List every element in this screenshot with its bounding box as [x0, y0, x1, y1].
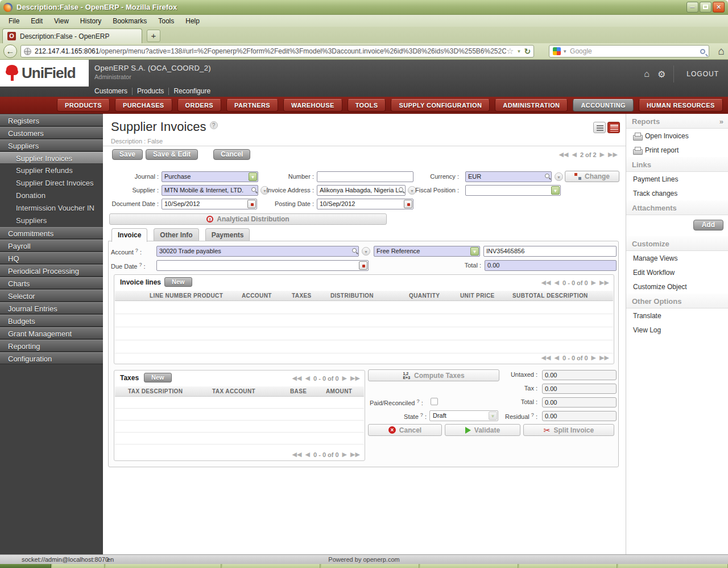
account-field[interactable]: 30020 Trade payables: [156, 246, 359, 257]
form-view-icon[interactable]: [607, 122, 620, 133]
restore-button[interactable]: [700, 2, 712, 13]
menu-edit[interactable]: Edit: [26, 16, 48, 26]
nav-tab-partners[interactable]: PARTNERS: [226, 99, 278, 112]
pager-first-icon[interactable]: ◀◀: [292, 374, 302, 382]
col-description[interactable]: DESCRIPTION: [547, 293, 588, 299]
customize-edit-workflow[interactable]: Edit Workflow: [626, 265, 728, 279]
link-track-changes[interactable]: Track changes: [626, 186, 728, 200]
nav-tab-orders[interactable]: ORDERS: [177, 99, 221, 112]
pager-prev-icon[interactable]: ◀: [572, 151, 576, 158]
pager-last-icon[interactable]: ▶▶: [599, 354, 609, 361]
list-view-icon[interactable]: [593, 122, 606, 133]
nav-tab-supply-configuration[interactable]: SUPPLY CONFIGURATION: [391, 99, 490, 112]
nav-tab-accounting[interactable]: ACCOUNTING: [573, 99, 634, 112]
save-edit-button[interactable]: Save & Edit: [146, 149, 198, 160]
menu-file[interactable]: File: [3, 16, 24, 26]
search-bar[interactable]: ▼ Google: [549, 45, 709, 57]
pager-next-icon[interactable]: ▶: [342, 451, 347, 458]
url-dropdown-icon[interactable]: ▼: [517, 49, 522, 54]
help-icon[interactable]: ?: [210, 121, 218, 129]
reference-type-field[interactable]: Free Reference ▼: [374, 246, 480, 257]
tab-other-info[interactable]: Other Info: [154, 228, 198, 241]
minimize-button[interactable]: ─: [686, 2, 698, 13]
menu-history[interactable]: History: [75, 16, 106, 26]
sidebar-item-supplier-refunds[interactable]: Supplier Refunds: [0, 164, 103, 176]
analytical-distribution-button[interactable]: ! Analytical Distribution: [109, 213, 387, 225]
nav-tab-purchases[interactable]: PURCHASES: [115, 99, 172, 112]
app-home-icon[interactable]: ⌂: [644, 69, 650, 79]
new-tab-button[interactable]: +: [147, 30, 160, 42]
sidebar-item-grant-management[interactable]: Grant Management: [0, 327, 103, 339]
col-distribution[interactable]: DISTRIBUTION: [330, 293, 374, 299]
add-attachment-button[interactable]: Add: [693, 220, 723, 231]
pager-last-icon[interactable]: ▶▶: [599, 279, 609, 286]
fiscal-position-field[interactable]: ▼: [465, 185, 561, 196]
sidebar-item-suppliers[interactable]: Suppliers: [0, 139, 103, 151]
pager-prev-icon[interactable]: ◀: [555, 354, 559, 361]
customize-customize-object[interactable]: Customize Object: [626, 279, 728, 294]
col-product[interactable]: PRODUCT: [193, 293, 223, 299]
col-line-number[interactable]: LINE NUMBER: [150, 293, 192, 299]
nav-tab-products[interactable]: PRODUCTS: [57, 99, 110, 112]
tax-new-button[interactable]: New: [144, 373, 172, 382]
taskbar-button[interactable]: [106, 564, 221, 568]
cancel-button[interactable]: Cancel: [213, 149, 250, 160]
pager-first-icon[interactable]: ◀◀: [541, 279, 551, 286]
sidebar-item-supplier-direct-invoices[interactable]: Supplier Direct Invoices: [0, 177, 103, 189]
account-dropdown-icon[interactable]: ▼: [362, 247, 370, 256]
sidebar-item-budgets[interactable]: Budgets: [0, 315, 103, 327]
posting-date-field[interactable]: 10/Sep/2012: [317, 199, 413, 209]
pager-prev-icon[interactable]: ◀: [305, 374, 310, 382]
pager-next-icon[interactable]: ▶: [592, 354, 596, 361]
col-tax-account[interactable]: TAX ACCOUNT: [212, 388, 255, 394]
pager-last-icon[interactable]: ▶▶: [608, 151, 618, 158]
menu-help[interactable]: Help: [180, 16, 205, 26]
pager-prev-icon[interactable]: ◀: [555, 279, 559, 286]
due-date-field[interactable]: [156, 260, 369, 271]
link-payment-lines[interactable]: Payment Lines: [626, 172, 728, 186]
cancel-invoice-button[interactable]: × Cancel: [368, 424, 442, 436]
sidebar-item-registers[interactable]: Registers: [0, 114, 103, 126]
sidebar-item-periodical-processing[interactable]: Periodical Processing: [0, 265, 103, 277]
menu-bookmarks[interactable]: Bookmarks: [107, 16, 152, 26]
nav-tab-tools[interactable]: TOOLS: [348, 99, 386, 112]
pager-first-icon[interactable]: ◀◀: [559, 151, 568, 158]
report-open-invoices[interactable]: Open Invoices: [626, 129, 728, 143]
sidebar-item-reporting[interactable]: Reporting: [0, 340, 103, 352]
sidebar-item-commitments[interactable]: Commitments: [0, 227, 103, 239]
pager-prev-icon[interactable]: ◀: [305, 451, 310, 458]
col-tax-description[interactable]: TAX DESCRIPTION: [128, 388, 183, 394]
pager-first-icon[interactable]: ◀◀: [292, 451, 302, 458]
tab-payments[interactable]: Payments: [205, 228, 250, 241]
shortcut-products[interactable]: Products: [137, 87, 164, 95]
col-quantity[interactable]: QUANTITY: [409, 293, 440, 299]
reference-field[interactable]: INV35465856: [483, 246, 617, 257]
gear-icon[interactable]: ⚙: [657, 69, 665, 80]
sidebar-item-journal-entries[interactable]: Journal Entries: [0, 302, 103, 314]
col-account[interactable]: ACCOUNT: [242, 293, 272, 299]
bookmark-star-icon[interactable]: ☆: [506, 46, 514, 56]
taskbar-button[interactable]: [420, 564, 518, 568]
change-button[interactable]: Change: [565, 171, 619, 182]
col-amount[interactable]: AMOUNT: [326, 388, 352, 394]
col-unit-price[interactable]: UNIT PRICE: [460, 293, 495, 299]
search-engine-dropdown-icon[interactable]: ▼: [562, 49, 567, 54]
taskbar-button[interactable]: [222, 564, 320, 568]
nav-tab-warehouse[interactable]: WAREHOUSE: [283, 99, 342, 112]
start-button[interactable]: [0, 564, 51, 568]
currency-dropdown-icon[interactable]: ▼: [555, 172, 563, 181]
logout-button[interactable]: LOGOUT: [682, 68, 723, 80]
nav-tab-human-resources[interactable]: HUMAN RESOURCES: [639, 99, 723, 112]
sidebar-item-selector[interactable]: Selector: [0, 290, 103, 302]
menu-view[interactable]: View: [49, 16, 74, 26]
pager-next-icon[interactable]: ▶: [342, 374, 347, 382]
currency-field[interactable]: EUR: [465, 171, 552, 182]
pager-next-icon[interactable]: ▶: [592, 279, 596, 286]
calendar-icon[interactable]: [404, 200, 412, 208]
col-subtotal[interactable]: SUBTOTAL: [512, 293, 545, 299]
sidebar-item-suppliers-sub[interactable]: Suppliers: [0, 215, 103, 227]
sidebar-item-charts[interactable]: Charts: [0, 277, 103, 289]
nav-tab-administration[interactable]: ADMINISTRATION: [495, 99, 568, 112]
taskbar-button[interactable]: [52, 564, 105, 568]
menu-tools[interactable]: Tools: [153, 16, 179, 26]
